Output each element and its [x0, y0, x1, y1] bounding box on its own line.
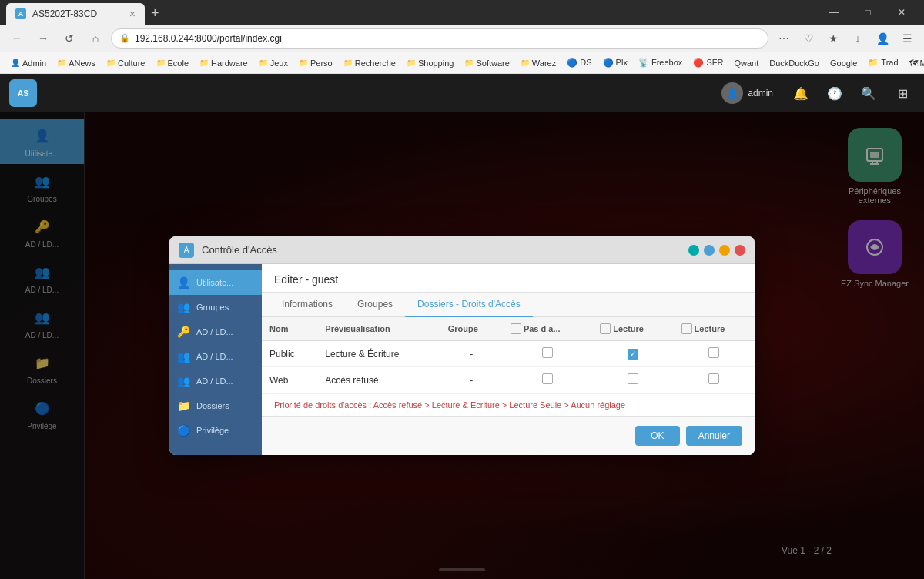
ac-groups-icon: 👥	[177, 301, 190, 313]
minimize-button[interactable]: —	[818, 0, 850, 25]
table-row: Web Accès refusé -	[262, 367, 755, 393]
bookmark-ecole[interactable]: 📁 Ecole	[152, 56, 194, 70]
web-lecture1-checkbox[interactable]	[628, 373, 638, 384]
bookmark-culture[interactable]: 📁 Culture	[102, 56, 149, 70]
cell-groupe-web: -	[440, 367, 503, 393]
bookmark-freebox[interactable]: 📡 Freebox	[634, 55, 687, 70]
bookmark-label: Admin	[22, 59, 46, 68]
web-lecture2-checkbox[interactable]	[708, 373, 719, 384]
ac-footer-info: Priorité de droits d'accès : Accès refus…	[262, 393, 755, 416]
menu-button[interactable]: ☰	[896, 28, 918, 49]
ac-app-icon: A	[179, 243, 194, 258]
reload-button[interactable]: ↺	[59, 28, 80, 49]
bookmark-label: 🔴 SFR	[693, 58, 723, 68]
nas-clock-button[interactable]: 🕐	[822, 81, 847, 105]
bookmark-label: 📁 Trad	[868, 58, 898, 68]
close-button[interactable]: ✕	[886, 0, 918, 25]
bookmark-ds[interactable]: 🔵 DS	[562, 55, 596, 70]
ac-close-button[interactable]	[735, 245, 745, 256]
tab-informations-label: Informations	[282, 299, 333, 310]
bookmark-warez[interactable]: 📁 Warez	[516, 56, 561, 70]
maximize-button[interactable]: □	[852, 0, 884, 25]
cell-lecture1-web	[592, 367, 673, 393]
ac-sidebar-groups[interactable]: 👥 Groupes	[169, 295, 262, 320]
ac-footer-buttons: OK Annuler	[262, 416, 755, 455]
col-lecture1: Lecture	[592, 317, 673, 341]
ac-sidebar-dossiers[interactable]: 📁 Dossiers	[169, 393, 262, 418]
nas-grid-button[interactable]: ⊞	[890, 81, 915, 105]
bookmark-duckduckgo[interactable]: DuckDuckGo	[765, 56, 824, 70]
download-button[interactable]: ↓	[847, 28, 869, 49]
col-pasda-checkbox[interactable]	[511, 323, 521, 334]
nas-search-button[interactable]: 🔍	[856, 81, 881, 105]
cell-lecture2-web	[674, 367, 755, 393]
bookmark-qwant[interactable]: Qwant	[729, 56, 763, 70]
new-tab-button[interactable]: +	[145, 2, 166, 25]
browser-window: A AS5202T-83CD × + — □ ✕ ← → ↺ ⌂ 🔒 192.1…	[0, 0, 924, 579]
account-button[interactable]: 👤	[872, 28, 893, 49]
bookmark-shopping[interactable]: 📁 Shopping	[402, 56, 459, 70]
bookmark-plx[interactable]: 🔵 Plx	[598, 55, 632, 70]
bookmark-label: Google	[830, 59, 857, 68]
ac-user-icon: 👤	[177, 276, 190, 289]
browser-toolbar: ← → ↺ ⌂ 🔒 192.168.0.244:8000/portal/inde…	[0, 25, 924, 52]
back-button[interactable]: ←	[6, 28, 28, 49]
bookmark-button[interactable]: ★	[822, 28, 844, 49]
ac-sidebar-users[interactable]: 👤 Utilisate...	[169, 270, 262, 295]
col-lecture2-checkbox[interactable]	[681, 323, 692, 334]
bookmark-hardware[interactable]: 📁 Hardware	[195, 56, 253, 70]
shield-icon-btn[interactable]: ♡	[798, 28, 819, 49]
home-button[interactable]: ⌂	[85, 28, 106, 49]
tab-close-button[interactable]: ×	[129, 8, 136, 20]
ac-maximize-button[interactable]	[719, 245, 730, 256]
bookmark-anews[interactable]: 📁 ANews	[52, 56, 100, 70]
bookmark-maps[interactable]: 🗺 Maps	[905, 56, 924, 70]
cell-pasda-public	[503, 341, 592, 367]
ac-zoom-button[interactable]	[704, 245, 715, 256]
nas-topbar: AS 👤 admin 🔔 🕐 🔍 ⊞	[0, 74, 924, 112]
bookmark-admin[interactable]: 👤 Admin	[6, 56, 51, 70]
bookmark-label: Hardware	[211, 59, 248, 68]
bookmark-software[interactable]: 📁 Software	[460, 56, 514, 70]
bookmarks-bar: 👤 Admin 📁 ANews 📁 Culture 📁 Ecole 📁 Hard…	[0, 52, 924, 74]
bookmark-label: Ecole	[168, 59, 189, 68]
bookmark-label: Warez	[532, 59, 556, 68]
tab-informations[interactable]: Informations	[270, 293, 345, 317]
footer-priority-text: Priorité de droits d'accès : Accès refus…	[274, 400, 625, 410]
public-pasda-checkbox[interactable]	[542, 347, 553, 358]
bookmark-perso[interactable]: 📁 Perso	[294, 56, 337, 70]
address-bar[interactable]: 🔒 192.168.0.244:8000/portal/index.cgi	[111, 28, 768, 49]
ac-minimize-button[interactable]	[688, 245, 699, 256]
bookmark-sfr[interactable]: 🔴 SFR	[688, 55, 728, 70]
cell-pasda-web	[503, 367, 592, 393]
extensions-button[interactable]: ⋯	[773, 28, 795, 49]
ac-sidebar-ad1[interactable]: 🔑 AD / LD...	[169, 320, 262, 344]
ok-button[interactable]: OK	[635, 426, 679, 446]
ac-sidebar: 👤 Utilisate... 👥 Groupes 🔑 AD / LD...	[169, 264, 262, 455]
ac-key-icon: 🔑	[177, 326, 190, 338]
browser-tab-active[interactable]: A AS5202T-83CD ×	[6, 3, 145, 25]
annuler-button[interactable]: Annuler	[686, 426, 742, 446]
public-lecture2-checkbox[interactable]	[708, 347, 719, 358]
ac-sidebar-label: AD / LD...	[196, 377, 233, 386]
bookmark-recherche[interactable]: 📁 Recherche	[339, 56, 400, 70]
public-lecture1-checkbox[interactable]: ✓	[628, 349, 638, 360]
cell-preview-public: Lecture & Écriture	[317, 341, 440, 367]
tab-dossiers[interactable]: Dossiers - Droits d'Accès	[405, 293, 533, 317]
col-lecture1-checkbox[interactable]	[600, 323, 611, 334]
tab-groupes[interactable]: Groupes	[345, 293, 405, 317]
bookmark-label: 🔵 DS	[567, 58, 591, 68]
nas-bell-button[interactable]: 🔔	[788, 81, 813, 105]
user-avatar: 👤	[721, 82, 743, 104]
nas-user-button[interactable]: 👤 admin	[715, 79, 779, 107]
ac-sidebar-label: AD / LD...	[196, 352, 233, 361]
ac-sidebar-privilege[interactable]: 🔵 Privilège	[169, 418, 262, 443]
web-pasda-checkbox[interactable]	[542, 373, 553, 384]
forward-button[interactable]: →	[32, 28, 54, 49]
bookmark-icon: 👤	[11, 59, 20, 67]
bookmark-google[interactable]: Google	[825, 56, 862, 70]
ac-sidebar-ad2[interactable]: 👥 AD / LD...	[169, 344, 262, 369]
bookmark-trad[interactable]: 📁 Trad	[863, 55, 902, 70]
ac-sidebar-ad3[interactable]: 👥 AD / LD...	[169, 369, 262, 393]
bookmark-jeux[interactable]: 📁 Jeux	[254, 56, 293, 70]
